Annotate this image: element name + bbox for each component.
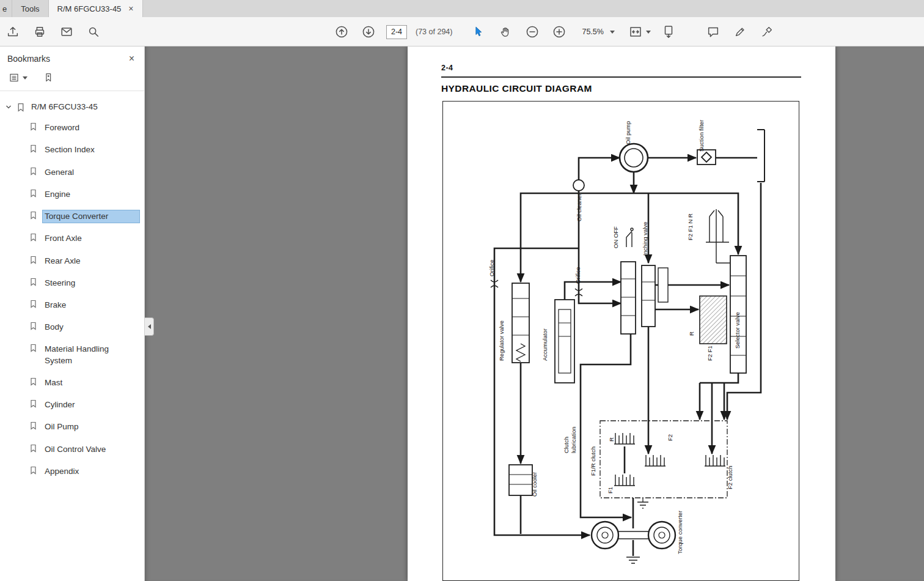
sidebar-item-brake[interactable]: Brake [0, 294, 144, 316]
bookmark-options-button[interactable] [9, 72, 28, 83]
highlighter-pen-icon [733, 25, 747, 39]
inching-valve-label: Inching valve [642, 222, 648, 256]
sidebar-item-steering[interactable]: Steering [0, 272, 144, 294]
bookmark-icon [29, 278, 37, 286]
bookmark-label: Rear Axle [43, 255, 139, 267]
bookmark-icon [29, 421, 37, 430]
close-tab-icon[interactable]: × [128, 4, 133, 13]
document-canvas[interactable]: 2-4 HYDRAULIC CIRCUIT DIAGRAM [145, 46, 924, 581]
bookmark-label: Section Index [43, 144, 139, 156]
bookmark-icon [16, 103, 25, 112]
bookmark-label: Brake [43, 299, 139, 311]
bookmarks-tree: R/M 6FGCU33-45 Foreword Section Index Ge… [0, 91, 144, 483]
bookmark-label: Material Handling System [43, 343, 139, 366]
sidebar-item-appendix[interactable]: Appendix [0, 461, 144, 483]
page-number-input[interactable] [386, 25, 407, 39]
open-file-button[interactable] [4, 23, 22, 41]
hydraulic-circuit-diagram: Oil pump Suction filter Oil cleaner ON O… [443, 102, 798, 580]
sidebar-item-material-handling-system[interactable]: Material Handling System [0, 338, 144, 371]
find-button[interactable] [84, 23, 103, 41]
header-rule [441, 76, 801, 78]
tab-tools-label: Tools [21, 4, 39, 13]
zoom-in-button[interactable] [550, 23, 568, 41]
tab-bar: e Tools R/M 6FGCU33-45 × [0, 0, 924, 17]
sidebar-item-section-index[interactable]: Section Index [0, 139, 144, 161]
bookmark-icon [29, 189, 37, 198]
options-panel-icon [9, 72, 20, 83]
window-body: Bookmarks × R/M 6FGCU33-45 Foreword [0, 46, 924, 581]
detent-block [700, 296, 727, 344]
bookmark-root-label: R/M 6FGCU33-45 [29, 101, 139, 113]
email-button[interactable] [57, 23, 76, 41]
shift-lever-symbols [706, 209, 738, 263]
toolbar-left-group [4, 23, 103, 41]
sidebar-item-general[interactable]: General [0, 161, 144, 183]
clutch-lubrication-label-1: Clutch [563, 437, 570, 453]
chevron-down-icon [610, 31, 615, 34]
tab-tools[interactable]: Tools [12, 0, 48, 17]
sidebar-item-body[interactable]: Body [0, 316, 144, 338]
sidebar-item-rear-axle[interactable]: Rear Axle [0, 250, 144, 272]
tab-document-label: R/M 6FGCU33-45 [57, 4, 122, 13]
bookmarks-title: Bookmarks [7, 54, 50, 64]
orifice-center-label: Orifice [574, 267, 581, 284]
page-down-icon [361, 24, 376, 39]
f2f1-ports-label: F2 F1 [706, 346, 713, 361]
sidebar-item-oil-control-valve[interactable]: Oil Control Valve [0, 439, 144, 461]
bookmark-label-selected: Torque Converter [43, 210, 139, 223]
expand-current-bookmark-button[interactable] [43, 72, 54, 83]
previous-page-button[interactable] [332, 23, 351, 41]
tab-partial[interactable]: e [0, 0, 12, 17]
collapse-sidebar-button[interactable] [145, 317, 154, 336]
sidebar-item-foreword[interactable]: Foreword [0, 117, 144, 139]
acrobat-window: e Tools R/M 6FGCU33-45 × [0, 0, 924, 581]
bookmark-icon [29, 211, 37, 220]
torque-converter-label: Torque converter [676, 511, 683, 554]
bookmark-label: Foreword [43, 122, 139, 134]
page-corner-label: 2-4 [441, 64, 453, 72]
r-port-label: R [688, 331, 695, 336]
sidebar-item-engine[interactable]: Engine [0, 183, 144, 205]
f2-port-label: F2 [667, 434, 673, 441]
diagram-frame: Oil pump Suction filter Oil cleaner ON O… [442, 101, 799, 581]
accumulator-symbol [555, 300, 574, 383]
sidebar-item-torque-converter[interactable]: Torque Converter [0, 205, 144, 228]
oil-cooler-symbol [509, 465, 532, 495]
sidebar-item-oil-pump[interactable]: Oil Pump [0, 416, 144, 438]
bookmark-label: Engine [43, 188, 139, 201]
comment-button[interactable] [704, 23, 722, 41]
on-off-switch-symbol [626, 228, 633, 247]
oil-cleaner-symbol [573, 180, 584, 191]
printer-icon [33, 25, 46, 39]
sidebar-item-front-axle[interactable]: Front Axle [0, 228, 144, 250]
chevron-left-icon [147, 324, 152, 330]
regulator-valve-symbol [512, 283, 529, 363]
clutch-assembly-box [600, 421, 727, 498]
chevron-down-icon [23, 76, 28, 80]
fill-sign-button[interactable] [758, 23, 776, 41]
close-panel-icon[interactable]: × [129, 54, 134, 64]
select-tool-button[interactable] [469, 23, 488, 41]
bookmark-root[interactable]: R/M 6FGCU33-45 [0, 97, 144, 117]
bookmark-icon [29, 256, 37, 264]
bookmarks-toolbar [0, 67, 144, 91]
next-page-button[interactable] [359, 23, 378, 41]
zoom-level-dropdown[interactable]: 75.5% [577, 25, 619, 39]
page-scrolling-button[interactable] [659, 23, 678, 41]
bookmark-icon [29, 300, 37, 308]
zoom-out-button[interactable] [523, 23, 541, 41]
sidebar-item-cylinder[interactable]: Cylinder [0, 394, 144, 416]
inching-valve-symbol [621, 262, 668, 334]
sidebar-item-mast[interactable]: Mast [0, 372, 144, 394]
bookmark-icon [29, 344, 37, 352]
tab-document[interactable]: R/M 6FGCU33-45 × [49, 0, 143, 17]
hand-tool-button[interactable] [496, 23, 515, 41]
bookmark-icon [29, 399, 37, 408]
page-up-icon [334, 24, 349, 39]
print-button[interactable] [31, 23, 49, 41]
bookmark-label: Oil Control Valve [43, 443, 139, 456]
page-fit-dropdown[interactable] [628, 24, 651, 39]
bookmark-label: Oil Pump [43, 421, 139, 433]
toolbar-center-group: (73 of 294) 75.5% [332, 23, 678, 41]
highlight-button[interactable] [731, 23, 749, 41]
